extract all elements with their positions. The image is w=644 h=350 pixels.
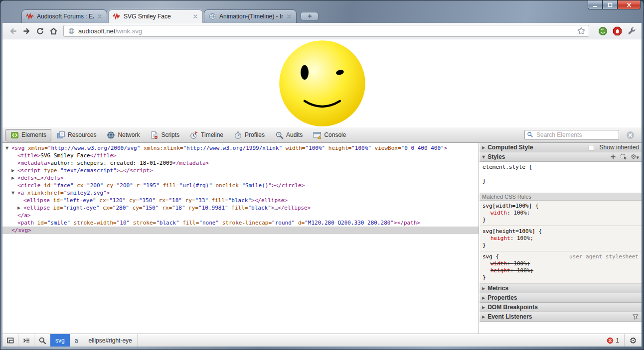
code-token: height=: [325, 145, 351, 151]
code-token: type=: [40, 167, 60, 174]
dom-tree-node[interactable]: ▶<defs>…</defs>: [2, 174, 479, 182]
code-token: onclick=: [212, 182, 242, 189]
close-button[interactable]: [618, 0, 641, 9]
css-rule[interactable]: svg {user agent stylesheetwidth: 100%;he…: [480, 251, 642, 284]
minimize-button[interactable]: [588, 0, 603, 9]
devtools-tab-elements[interactable]: Elements: [5, 129, 51, 141]
code-token: "18": [172, 205, 185, 211]
sidebar-section-dom-breakpoints[interactable]: ▶DOM Breakpoints: [480, 303, 642, 312]
element-style-selector[interactable]: element.style: [483, 164, 525, 170]
code-token: ry=: [185, 205, 199, 211]
css-property[interactable]: height: 100%;: [483, 235, 639, 242]
gear-icon[interactable]: ⚙: [625, 336, 642, 346]
css-rule[interactable]: svg[width=100%] {width: 100%;}: [480, 201, 642, 226]
plus-icon[interactable]: [610, 153, 617, 160]
breadcrumb-svg[interactable]: svg: [50, 334, 70, 347]
devtools-tab-network[interactable]: Network: [102, 129, 145, 141]
styles-section[interactable]: ▼ Styles ⚙▼: [480, 152, 642, 162]
forward-button[interactable]: [20, 24, 33, 37]
css-property-value: 100%;: [517, 235, 533, 241]
devtools-tab-audits[interactable]: Audits: [270, 129, 308, 141]
css-property[interactable]: width: 100%;: [483, 210, 639, 217]
node-search-button[interactable]: [34, 334, 50, 347]
browser-tab[interactable]: SVG Smiley Face: [108, 9, 203, 23]
green-extension-icon[interactable]: [597, 25, 609, 37]
dom-tree-node[interactable]: <path id="smile" stroke-width="10" strok…: [2, 219, 479, 227]
expand-arrow-open-icon[interactable]: ▼: [5, 144, 11, 152]
code-token: ></ellipse>: [251, 197, 288, 204]
element-state-icon[interactable]: [620, 153, 627, 160]
sidebar-section-label: Metrics: [487, 285, 508, 292]
devtools-tab-profiles[interactable]: Profiles: [229, 129, 270, 141]
devtools-tab-scripts[interactable]: Scripts: [145, 129, 184, 141]
tab-close-icon[interactable]: [286, 13, 292, 19]
browser-tab[interactable]: Audiosoft Forums : EJukebo: [21, 9, 107, 23]
element-style-rule[interactable]: element.style { }: [480, 162, 642, 193]
code-token: cx=: [74, 182, 87, 189]
devtools-tab-timeline[interactable]: Timeline: [185, 129, 228, 141]
browser-window: Audiosoft Forums : EJukeboSVG Smiley Fac…: [0, 0, 644, 350]
code-token: cy=: [129, 205, 143, 211]
devtools-tab-label: Scripts: [161, 131, 179, 138]
expand-arrow-closed-icon[interactable]: ▶: [11, 174, 17, 182]
dom-tree-node[interactable]: ▶<script type="text/ecmascript">…</scrip…: [2, 167, 479, 174]
dom-tree-node[interactable]: <circle id="face" cx="200" cy="200" r="1…: [2, 182, 479, 189]
css-rule[interactable]: svg[height=100%] {height: 100%;}: [480, 226, 642, 251]
sidebar-section-metrics[interactable]: ▶Metrics: [480, 284, 642, 293]
page-globe-icon[interactable]: [68, 27, 75, 35]
expand-arrow-closed-icon[interactable]: ▶: [11, 167, 17, 174]
sidebar-section-properties[interactable]: ▶Properties: [480, 293, 642, 303]
code-token: "18": [168, 197, 182, 204]
computed-style-section[interactable]: ▶ Computed Style Show inherited: [480, 143, 642, 152]
url-text[interactable]: audiosoft.net/wink.svg: [78, 27, 142, 35]
dom-tree-node[interactable]: </a>: [2, 212, 479, 219]
code-token: "Smile()": [242, 182, 272, 189]
devtools-tab-resources[interactable]: Resources: [52, 129, 101, 141]
breadcrumb-ellipse-right-eye[interactable]: ellipse#right-eye: [83, 334, 137, 347]
sidebar-section-event-listeners[interactable]: ▶Event Listeners: [480, 312, 642, 322]
browser-tab[interactable]: Animation-(Timeline) - Inks: [204, 9, 297, 23]
expand-arrow-closed-icon[interactable]: ▶: [17, 204, 23, 212]
expand-arrow-open-icon[interactable]: ▼: [11, 189, 17, 197]
tab-strip: Audiosoft Forums : EJukeboSVG Smiley Fac…: [2, 0, 642, 23]
search-input[interactable]: [524, 130, 619, 140]
css-property-name: height: [490, 267, 510, 274]
reload-button[interactable]: [33, 24, 47, 37]
tab-close-icon[interactable]: [192, 13, 198, 19]
devtools-tab-console[interactable]: Console: [308, 129, 351, 141]
smiley-svg[interactable]: [278, 39, 366, 127]
breadcrumb-a[interactable]: a: [70, 334, 84, 347]
address-bar[interactable]: audiosoft.net/wink.svg: [63, 25, 589, 37]
dom-tree-node[interactable]: ▼<a xlink:href="smiley2.svg">: [2, 189, 479, 197]
dom-tree-node[interactable]: </svg>: [2, 227, 479, 234]
console-toggle-button[interactable]: [18, 334, 34, 347]
tab-close-icon[interactable]: [97, 13, 103, 19]
dom-tree-node[interactable]: <title>SVG Smiley Face</title>: [2, 152, 479, 159]
show-inherited-toggle[interactable]: Show inherited: [589, 144, 639, 151]
dom-tree-node[interactable]: <metadata>author: schepers, created: 18-…: [2, 159, 479, 167]
code-token: </ellipse>: [278, 205, 311, 211]
dom-tree-node[interactable]: ▶<ellipse id="right-eye" cx="280" cy="15…: [2, 204, 479, 212]
show-inherited-checkbox[interactable]: [589, 145, 594, 150]
wrench-icon[interactable]: [626, 25, 638, 37]
dom-tree-node[interactable]: ▼<svg xmlns="http://www.w3.org/2000/svg"…: [2, 144, 479, 152]
dock-button[interactable]: [2, 334, 18, 347]
home-button[interactable]: [47, 24, 60, 37]
new-tab-button[interactable]: [301, 12, 319, 20]
stop-hand-extension-icon[interactable]: [611, 25, 623, 37]
css-property[interactable]: width: 100%;: [483, 260, 639, 267]
chevron-right-icon: ▶: [482, 145, 485, 150]
computed-style-label: Computed Style: [487, 144, 533, 151]
code-token: r=: [133, 182, 143, 189]
filter-funnel-icon[interactable]: [632, 313, 639, 320]
css-property[interactable]: height: 100%;: [483, 267, 639, 274]
maximize-button[interactable]: [603, 0, 618, 9]
console-icon: [313, 131, 322, 139]
devtools-close-icon[interactable]: [626, 131, 635, 139]
code-token: stroke-width=: [70, 220, 117, 226]
gear-menu-icon[interactable]: ⚙▼: [631, 153, 639, 160]
code-token: >: [107, 190, 110, 196]
error-counter[interactable]: 1: [602, 337, 624, 344]
star-icon[interactable]: [577, 26, 586, 35]
dom-tree-node[interactable]: <ellipse id="left-eye" cx="120" cy="150"…: [2, 197, 479, 204]
